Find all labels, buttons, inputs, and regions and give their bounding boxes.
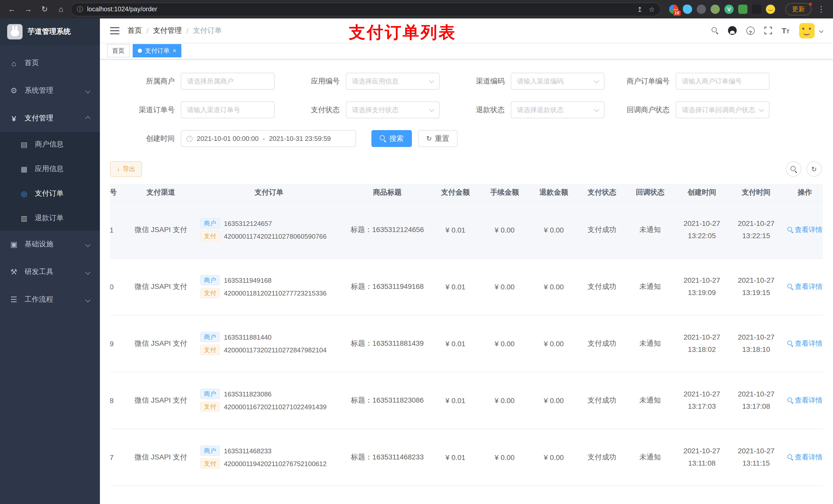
gear-icon: ⚙ bbox=[9, 86, 19, 95]
merchant-order-no: 1635311823086 bbox=[224, 390, 271, 398]
notify-status: 未通知 bbox=[639, 225, 661, 233]
sidebar-item-merchant-info[interactable]: ▤ 商户信息 bbox=[0, 132, 100, 157]
col-create-time: 创建时间 bbox=[675, 184, 729, 201]
channel-code-placeholder: 请输入渠道编码 bbox=[517, 77, 595, 86]
col-status: 支付状态 bbox=[578, 184, 625, 201]
vue-devtools-icon[interactable] bbox=[724, 5, 734, 14]
forward-icon[interactable]: → bbox=[22, 3, 35, 16]
magnifier-icon bbox=[787, 454, 793, 460]
merchant-select[interactable] bbox=[181, 73, 275, 90]
app-select[interactable]: 请选择应用信息 bbox=[346, 73, 439, 90]
extension-globe-icon[interactable] bbox=[697, 5, 706, 14]
sidebar: 芋道管理系统 ⌂ 首页 ⚙ 系统管理 ¥ 支付管理 bbox=[0, 19, 100, 504]
sidebar-item-label: 退款订单 bbox=[35, 214, 64, 223]
search-button[interactable]: 搜索 bbox=[372, 130, 412, 147]
notify-status: 未通知 bbox=[639, 339, 661, 347]
pay-date: 2021-10-27 bbox=[729, 388, 783, 400]
tag-home[interactable]: 首页 bbox=[107, 44, 129, 57]
callback-status-placeholder: 请选择订单回调商户状态 bbox=[682, 105, 760, 115]
pay-status-select[interactable]: 请选择支付状态 bbox=[346, 101, 439, 118]
sidebar-item-workflow[interactable]: ☰ 工作流程 bbox=[0, 286, 100, 313]
sidebar-item-pay-order[interactable]: ◎ 支付订单 bbox=[0, 181, 100, 206]
create-time-range-picker[interactable]: 2021-10-01 00:00:00 - 2021-10-31 23:59:5… bbox=[181, 130, 356, 147]
sidebar-item-app-info[interactable]: ▦ 应用信息 bbox=[0, 157, 100, 181]
table-row: 17 微信 JSAPI 支付 商户1635311468233 支付4200001… bbox=[110, 429, 823, 485]
merchant-order-no: 1635312124657 bbox=[224, 219, 272, 227]
merchant-tag: 商户 bbox=[200, 332, 220, 342]
reload-icon[interactable]: ↻ bbox=[38, 3, 51, 16]
goods-title: 标题：1635312124656 bbox=[351, 225, 424, 233]
view-detail-link[interactable]: 查看详情 bbox=[787, 282, 823, 291]
merchant-tag: 商户 bbox=[200, 275, 220, 285]
create-date: 2021-10-27 bbox=[675, 332, 729, 343]
logo-avatar bbox=[7, 24, 23, 40]
refresh-table-button[interactable]: ↻ bbox=[806, 161, 822, 177]
font-size-icon[interactable] bbox=[782, 26, 789, 35]
sidebar-item-system[interactable]: ⚙ 系统管理 bbox=[0, 77, 100, 104]
col-channel: 支付渠道 bbox=[127, 184, 194, 201]
breadcrumb-home[interactable]: 首页 bbox=[127, 26, 142, 35]
view-detail-link[interactable]: 查看详情 bbox=[787, 453, 823, 462]
filter-label-merchant-order-no: 商户订单编号 bbox=[605, 77, 676, 86]
view-detail-link[interactable]: 查看详情 bbox=[787, 396, 823, 405]
site-info-icon[interactable]: ⓘ bbox=[77, 5, 83, 14]
sidebar-item-devtools[interactable]: ⚒ 研发工具 bbox=[0, 258, 100, 286]
fullscreen-icon[interactable] bbox=[764, 27, 772, 34]
workflow-icon: ☰ bbox=[9, 295, 19, 304]
extension-green-icon[interactable] bbox=[711, 5, 720, 14]
github-icon[interactable] bbox=[728, 26, 736, 35]
share-icon[interactable]: ↥ bbox=[637, 5, 643, 13]
breadcrumb-pay[interactable]: 支付管理 bbox=[153, 26, 182, 35]
sidebar-item-refund-order[interactable]: ▥ 退款订单 bbox=[0, 206, 100, 231]
tools-icon: ⚒ bbox=[9, 267, 19, 277]
sidebar-item-pay[interactable]: ¥ 支付管理 bbox=[0, 104, 100, 132]
fee-amount: ¥ 0.00 bbox=[495, 225, 515, 234]
url-bar[interactable]: ⓘ localhost:1024/pay/order ↥ ☆ bbox=[71, 2, 661, 16]
extension-emoji-icon[interactable] bbox=[766, 5, 775, 14]
reset-button[interactable]: ↻ 重置 bbox=[418, 130, 457, 147]
view-detail-link[interactable]: 查看详情 bbox=[787, 339, 823, 348]
magnifier-icon bbox=[380, 135, 386, 142]
chevron-down-icon[interactable] bbox=[819, 28, 824, 33]
search-icon[interactable] bbox=[711, 27, 718, 34]
user-avatar[interactable] bbox=[799, 23, 814, 38]
hamburger-icon[interactable] bbox=[110, 27, 119, 34]
browser-update-button[interactable]: 更新 bbox=[785, 3, 811, 15]
toggle-search-button[interactable] bbox=[786, 161, 801, 177]
table-row: 21 微信 JSAPI 支付 商户1635312124657 支付4200001… bbox=[110, 201, 823, 258]
pay-channel: 微信 JSAPI 支付 bbox=[135, 282, 187, 290]
pay-status: 支付成功 bbox=[588, 225, 616, 233]
chevron-down-icon bbox=[429, 106, 434, 112]
bookmark-star-icon[interactable]: ☆ bbox=[649, 5, 655, 13]
extension-book-icon[interactable] bbox=[738, 5, 747, 14]
pay-tag: 支付 bbox=[200, 402, 220, 412]
tag-pay-order[interactable]: 支付订单 bbox=[133, 44, 181, 57]
sidebar-item-home[interactable]: ⌂ 首页 bbox=[0, 49, 100, 77]
table-row: 18 微信 JSAPI 支付 商户1635311823086 支付4200001… bbox=[110, 372, 823, 429]
back-icon[interactable]: ← bbox=[5, 3, 19, 16]
browser-home-icon[interactable]: ⌂ bbox=[54, 3, 68, 16]
extension-colordots-icon[interactable]: 10 bbox=[669, 5, 678, 14]
card-icon: ▤ bbox=[20, 140, 29, 148]
pay-amount: ¥ 0.01 bbox=[446, 225, 466, 234]
browser-menu-icon[interactable]: ⋮ bbox=[814, 3, 828, 16]
merchant-tag: 商户 bbox=[200, 218, 220, 229]
export-button[interactable]: ↓ 导出 bbox=[110, 161, 142, 177]
refund-amount: ¥ 0.00 bbox=[544, 225, 564, 234]
refund-status-select[interactable]: 请选择退款状态 bbox=[511, 101, 604, 118]
filter-label-channel-code: 渠道编码 bbox=[440, 77, 511, 86]
extension-drop-icon[interactable] bbox=[683, 5, 692, 14]
pay-date: 2021-10-27 bbox=[729, 275, 783, 287]
close-icon[interactable] bbox=[173, 48, 176, 54]
sidebar-item-infra[interactable]: ▣ 基础设施 bbox=[0, 231, 100, 258]
col-action: 操作 bbox=[783, 184, 823, 201]
view-detail-link[interactable]: 查看详情 bbox=[787, 225, 823, 234]
pay-amount: ¥ 0.01 bbox=[446, 453, 466, 461]
question-icon[interactable] bbox=[746, 26, 754, 34]
merchant-order-no-input[interactable] bbox=[676, 73, 769, 90]
channel-order-no-input[interactable] bbox=[181, 101, 275, 118]
channel-code-select[interactable]: 请输入渠道编码 bbox=[511, 73, 604, 90]
logo[interactable]: 芋道管理系统 bbox=[0, 19, 100, 45]
extension-pin-icon[interactable] bbox=[752, 5, 761, 14]
callback-status-select[interactable]: 请选择订单回调商户状态 bbox=[676, 101, 769, 118]
